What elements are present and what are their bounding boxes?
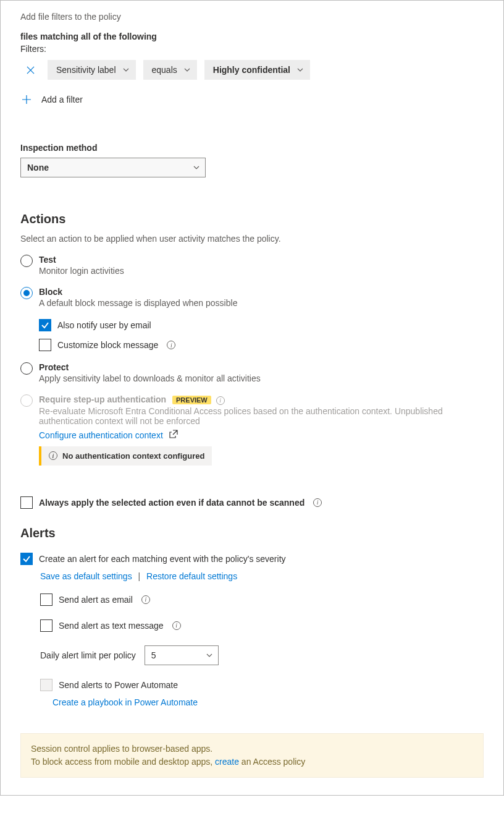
auth-context-warning: i No authentication context configured [39,446,212,466]
action-test-radio[interactable] [20,255,33,267]
chevron-down-icon [193,164,200,171]
filter-operator-label: equals [152,65,177,75]
filter-value-label: Highly confidential [213,65,290,75]
block-sub-options: Also notify user by email Customize bloc… [39,319,484,351]
daily-limit-select[interactable]: 5 [145,645,219,665]
create-access-policy-link[interactable]: create [215,757,239,767]
info-icon[interactable]: i [172,621,181,630]
alerts-heading: Alerts [20,526,484,540]
inspection-label: Inspection method [20,143,484,153]
alerts-options: Send alert as email i Send alert as text… [40,593,484,707]
configure-auth-context-link[interactable]: Configure authentication context [39,430,163,440]
action-test-desc: Monitor login activities [39,266,124,276]
check-icon [22,555,31,563]
filters-matching: files matching all of the following [20,32,484,41]
create-alert-checkbox[interactable] [20,553,33,565]
filter-field-dropdown[interactable]: Sensitivity label [48,60,136,80]
alert-text-checkbox[interactable] [40,619,52,632]
plus-icon [20,93,33,106]
filters-label: Filters: [20,44,484,54]
footer-line2a: To block access from mobile and desktop … [31,757,215,767]
action-stepup-radio [20,394,33,407]
external-link-icon [169,430,178,438]
actions-heading: Actions [20,212,484,226]
info-icon[interactable]: i [141,595,150,604]
filter-field-label: Sensitivity label [56,65,116,75]
info-icon: i [49,451,57,460]
chevron-down-icon [183,66,191,74]
action-test-title: Test [39,255,124,265]
filters-heading: Add file filters to the policy [20,12,484,22]
action-stepup-desc: Re-evaluate Microsoft Entra Conditional … [39,406,471,426]
notify-email-checkbox[interactable] [39,319,51,331]
action-block-radio[interactable] [20,287,33,299]
chevron-down-icon [296,66,304,74]
remove-filter-button[interactable] [20,60,40,80]
inspection-value: None [27,163,49,172]
create-alert-label: Create an alert for each matching event … [39,554,286,564]
preview-badge: PREVIEW [172,396,211,404]
daily-limit-value: 5 [151,650,156,660]
action-protect-radio[interactable] [20,362,33,375]
action-stepup-row: Require step-up authentication PREVIEW i… [20,394,484,440]
always-apply-label: Always apply the selected action even if… [39,498,304,508]
alert-email-label: Send alert as email [59,595,133,605]
notify-email-label: Also notify user by email [57,320,151,330]
info-icon[interactable]: i [167,341,175,349]
chevron-down-icon [206,652,213,659]
restore-default-link[interactable]: Restore default settings [146,571,237,581]
action-block-title: Block [39,287,237,297]
alert-email-checkbox[interactable] [40,593,52,606]
daily-limit-label: Daily alert limit per policy [40,650,136,660]
customize-message-checkbox[interactable] [39,339,51,351]
daily-limit-row: Daily alert limit per policy 5 [40,645,484,665]
actions-desc: Select an action to be applied when user… [20,234,484,244]
power-automate-label: Send alerts to Power Automate [59,680,178,690]
action-protect-row: Protect Apply sensitivity label to downl… [20,362,484,383]
chevron-down-icon [122,66,130,74]
separator: | [138,571,141,581]
filter-value-dropdown[interactable]: Highly confidential [204,60,310,80]
add-filter-label: Add a filter [41,95,83,104]
auth-context-warning-text: No authentication context configured [62,451,204,461]
always-apply-checkbox[interactable] [20,496,33,509]
info-icon[interactable]: i [313,498,322,507]
close-icon [27,66,35,74]
inspection-method-select[interactable]: None [20,158,206,177]
policy-panel: Add file filters to the policy files mat… [0,0,504,796]
info-icon[interactable]: i [216,396,225,405]
alert-text-label: Send alert as text message [59,621,164,631]
action-block-row: Block A default block message is display… [20,287,484,308]
action-block-desc: A default block message is displayed whe… [39,298,237,308]
action-stepup-title: Require step-up authentication [39,394,166,404]
save-default-link[interactable]: Save as default settings [40,571,132,581]
filter-operator-dropdown[interactable]: equals [143,60,197,80]
add-filter-button[interactable]: Add a filter [20,93,484,106]
filter-row: Sensitivity label equals Highly confiden… [20,60,484,80]
footer-line2b: an Access policy [239,757,305,767]
power-automate-link[interactable]: Create a playbook in Power Automate [52,697,198,707]
check-icon [41,321,49,330]
customize-message-label: Customize block message [57,340,158,350]
action-protect-desc: Apply sensitivity label to downloads & m… [39,373,261,383]
action-protect-title: Protect [39,362,261,372]
footer-info-box: Session control applies to browser-based… [20,733,484,778]
footer-line1: Session control applies to browser-based… [31,742,473,755]
power-automate-checkbox [40,679,52,691]
action-test-row: Test Monitor login activities [20,255,484,276]
